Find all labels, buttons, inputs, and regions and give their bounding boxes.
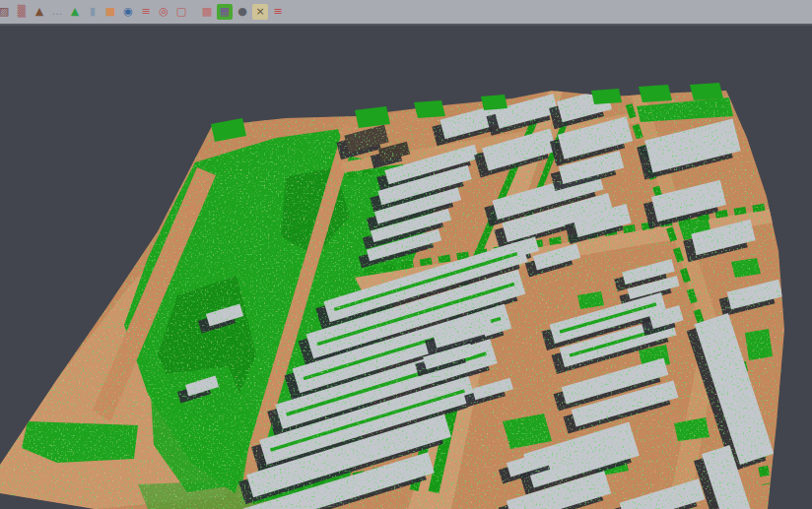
- application-window: ▨▒▲…▲▮■◉≡◎▢▩▦●×≡: [0, 0, 812, 509]
- column-profile-icon[interactable]: ▮: [85, 4, 101, 20]
- point-cloud-scene: [0, 26, 812, 509]
- classification-map-icon[interactable]: ▦: [217, 4, 233, 20]
- tree-row-top: [639, 85, 672, 102]
- terrain-mountain-icon[interactable]: ▲: [32, 4, 47, 20]
- delete-cross-icon[interactable]: ×: [252, 4, 268, 20]
- tree-row-top: [414, 100, 445, 118]
- selection-frame-icon[interactable]: ▢: [173, 4, 189, 20]
- point-cluster-icon[interactable]: ▒: [14, 4, 30, 20]
- tree-row-top: [481, 95, 508, 110]
- clip-rectangle-icon[interactable]: ▨: [0, 4, 12, 20]
- tree-row-top: [591, 89, 622, 104]
- target-ring-icon[interactable]: ◎: [156, 4, 171, 20]
- main-toolbar: ▨▒▲…▲▮■◉≡◎▢▩▦●×≡: [0, 0, 812, 24]
- globe-icon[interactable]: ◉: [120, 4, 136, 20]
- sphere-icon[interactable]: ●: [235, 4, 250, 20]
- red-bars-icon[interactable]: ≡: [270, 4, 286, 20]
- dem-hill-icon[interactable]: ▲: [67, 4, 83, 20]
- ortho-tile-icon[interactable]: ■: [102, 4, 118, 20]
- point-dots-icon[interactable]: …: [49, 4, 65, 20]
- checker-grid-icon[interactable]: ▩: [199, 4, 215, 20]
- layer-list-icon[interactable]: ≡: [138, 4, 154, 20]
- tree-row-top: [690, 83, 723, 100]
- 3d-viewport[interactable]: [0, 26, 812, 509]
